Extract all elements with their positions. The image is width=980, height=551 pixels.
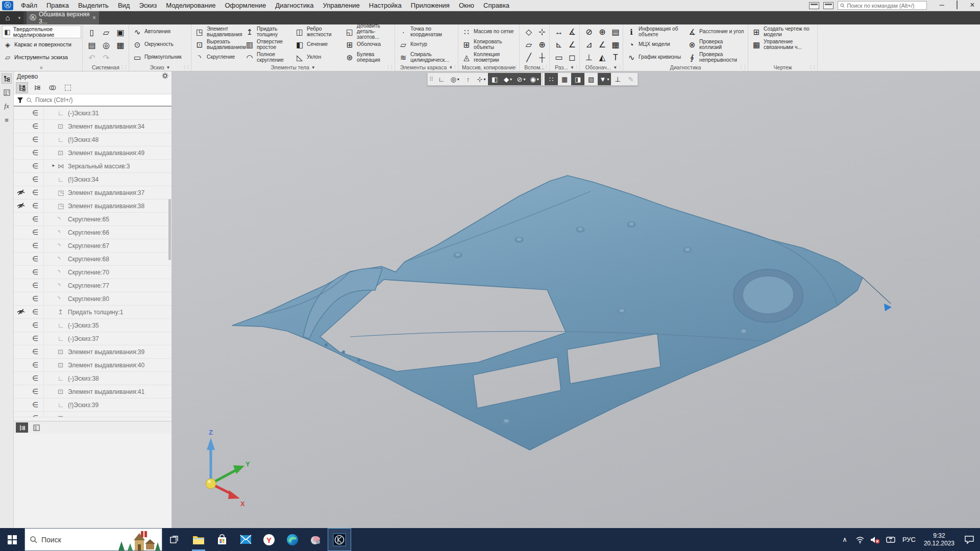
tool-icon[interactable]: ⊹ [535, 26, 549, 38]
tree-item[interactable]: ∈ ◝ Скругление:80 [14, 292, 172, 306]
tool-icon[interactable]: T [608, 51, 623, 64]
tool-icon[interactable]: ◭ [595, 51, 609, 64]
tree-item[interactable]: ∈ ∟ (!)Эскиз:34 [14, 173, 172, 186]
viewport-tool-button[interactable]: ▼ ▾ [598, 73, 611, 85]
viewport-tool-button[interactable]: ⊘ ▾ [514, 73, 528, 85]
app-icon-explorer[interactable] [187, 528, 210, 551]
tool-icon[interactable]: ⊕ [595, 26, 609, 38]
ribbon-button[interactable]: ◬ Коллекция геометрии [460, 51, 518, 64]
parameters-panel-icon[interactable] [2, 87, 12, 97]
tool-icon[interactable]: ╱ [522, 51, 536, 64]
ribbon-button[interactable]: ▦ Управление связанными ч... [750, 38, 816, 51]
layout-settings-icon[interactable] [823, 2, 834, 9]
document-tab[interactable]: Ⓚ Обшивка верхняя 3... × [27, 11, 99, 24]
ribbon-button[interactable]: ◳ Элемент выдавливания [193, 26, 243, 38]
tool-icon[interactable]: ▦ [608, 38, 623, 51]
tree-item[interactable]: ∈ ∟ (!)Эскиз:39 [14, 398, 172, 412]
ribbon-button[interactable]: ⊡ Вырезать выдавливанием [193, 38, 243, 51]
touch-keyboard-icon[interactable] [883, 536, 898, 543]
filter-icon[interactable] [17, 97, 23, 104]
viewport-tool-button[interactable]: ◨ [571, 73, 584, 85]
menu-item[interactable]: Приложения [406, 0, 454, 11]
command-search[interactable] [838, 1, 927, 10]
tab-close-icon[interactable]: × [92, 14, 96, 21]
ribbon-button[interactable]: ℹ Информация об объекте [625, 26, 686, 38]
ribbon-mode[interactable]: ◧ Твердотельное моделирование [2, 26, 81, 38]
task-view-button[interactable] [162, 528, 187, 551]
viewport-tool-button[interactable]: ✎ [624, 73, 638, 85]
viewport-tool-button[interactable]: ∟ [435, 73, 448, 85]
viewport-tool-button[interactable]: ⠿ [428, 73, 435, 85]
model-3d[interactable] [172, 71, 980, 528]
ribbon-mode[interactable]: ◈ Каркас и поверхности [2, 38, 81, 51]
tree-item[interactable]: ∈ ∟ (-)Эскиз:37 [14, 332, 172, 345]
tool-icon[interactable]: ↔ [552, 26, 566, 38]
ribbon-button[interactable]: ▥ Отверстие простое [243, 38, 293, 51]
viewport-tool-button[interactable]: ◧ [488, 73, 501, 85]
menu-item[interactable]: Настройка [364, 0, 406, 11]
ribbon-button[interactable]: ⊞ Оболочка [344, 38, 394, 51]
tool-icon[interactable]: ⊾ [552, 38, 566, 51]
tab-tree-icon[interactable] [16, 422, 28, 433]
tree-item[interactable]: ∈ ⊡ Элемент выдавливания:39 [14, 345, 172, 359]
layout-window-icon[interactable] [809, 2, 819, 9]
system-tool-icon[interactable]: ▦ [113, 39, 128, 52]
tool-icon[interactable]: ◇ [522, 26, 536, 38]
viewport-tool-button[interactable]: ◎ ▾ [448, 73, 461, 85]
ribbon-button[interactable]: ⊞ Создать чертеж по модели [750, 26, 816, 38]
menu-item[interactable]: Окно [454, 0, 479, 11]
tree-item[interactable]: ∈ ◝ Скругление:70 [14, 266, 172, 279]
menu-item[interactable]: Справка [479, 0, 514, 11]
system-tool-icon[interactable]: ▣ [113, 26, 128, 39]
ribbon-mode[interactable]: ▱ Инструменты эскиза [2, 51, 81, 64]
tree-scrollbar[interactable] [168, 199, 171, 260]
tree-flat-view-icon[interactable] [31, 82, 43, 93]
action-center-icon[interactable] [959, 535, 980, 544]
tool-icon[interactable]: ⊿ [582, 38, 596, 51]
app-icon-edge[interactable] [281, 528, 304, 551]
viewport-tool-button[interactable]: ◉ ▾ [528, 73, 541, 85]
menu-item[interactable]: Правка [42, 0, 74, 11]
system-tool-icon[interactable]: ↷ [99, 52, 113, 64]
ribbon-button[interactable]: ⊗ Проверка коллизий [686, 38, 747, 51]
collapse-chevron-icon[interactable]: « [38, 66, 44, 69]
tree-structure-view-icon[interactable] [16, 82, 28, 93]
viewport-tool-button[interactable]: ↑ [461, 73, 475, 85]
selection-area-icon[interactable] [62, 82, 74, 93]
app-icon-kompas-3d[interactable] [328, 528, 351, 551]
panel-splitter[interactable] [14, 417, 172, 421]
ribbon-button[interactable]: ◔ МЦХ модели [625, 38, 686, 51]
hidden-eye-icon[interactable] [17, 308, 25, 317]
tree-item[interactable]: ∈ ◳ Элемент выдавливания:38 [14, 199, 172, 213]
app-icon-misc[interactable] [304, 528, 328, 551]
tool-icon[interactable]: ∠ [595, 38, 609, 51]
viewport-tool-button[interactable]: ⊥ [611, 73, 624, 85]
system-tool-icon[interactable]: ↶ [85, 52, 99, 64]
relations-view-icon[interactable] [46, 82, 59, 93]
menu-item[interactable]: Управление [318, 0, 364, 11]
tree-item[interactable]: ∈ ◝ Скругление:65 [14, 213, 172, 226]
clock[interactable]: 9:32 20.12.2023 [920, 532, 959, 547]
app-icon-yandex-browser[interactable]: Y [257, 528, 281, 551]
minimize-button[interactable]: ─ [934, 0, 949, 11]
ribbon-button[interactable]: ◫ Ребро жесткости [293, 26, 344, 38]
menu-item[interactable]: Эскиз [134, 0, 161, 11]
tree-item[interactable]: ∈ ∟ (-)Эскиз:38 [14, 372, 172, 385]
language-indicator[interactable]: РУС [898, 536, 920, 543]
viewport-tool-button[interactable]: ∷ [545, 73, 558, 85]
tree-panel-icon[interactable] [2, 73, 12, 84]
ribbon-button[interactable]: ⊞ Копировать объекты [460, 38, 518, 51]
viewport-tool-button[interactable]: ◆ ▾ [501, 73, 514, 85]
tree-item[interactable]: ∈ ⊡ Элемент выдавливания:40 [14, 359, 172, 372]
ribbon-button[interactable]: ∿ Автолиния [131, 26, 190, 38]
viewport-tool-button[interactable]: ⊹ ▾ [475, 73, 488, 85]
hidden-icons-chevron[interactable]: ∧ [837, 536, 852, 543]
tool-icon[interactable]: ⊘ [582, 26, 596, 38]
ribbon-button[interactable]: ∷ Массив по сетке [460, 26, 518, 38]
tree-item[interactable]: ∈ ⊡ Элемент выдавливания:49 [14, 146, 172, 160]
tool-icon[interactable]: ◻ [565, 51, 579, 64]
tool-icon[interactable]: ▤ [608, 26, 623, 38]
variables-panel-icon[interactable]: fx [2, 101, 12, 111]
tree-item[interactable]: ∈ ► ⋈ Зеркальный массив:3 [14, 160, 172, 173]
menu-item[interactable]: Файл [16, 0, 42, 11]
